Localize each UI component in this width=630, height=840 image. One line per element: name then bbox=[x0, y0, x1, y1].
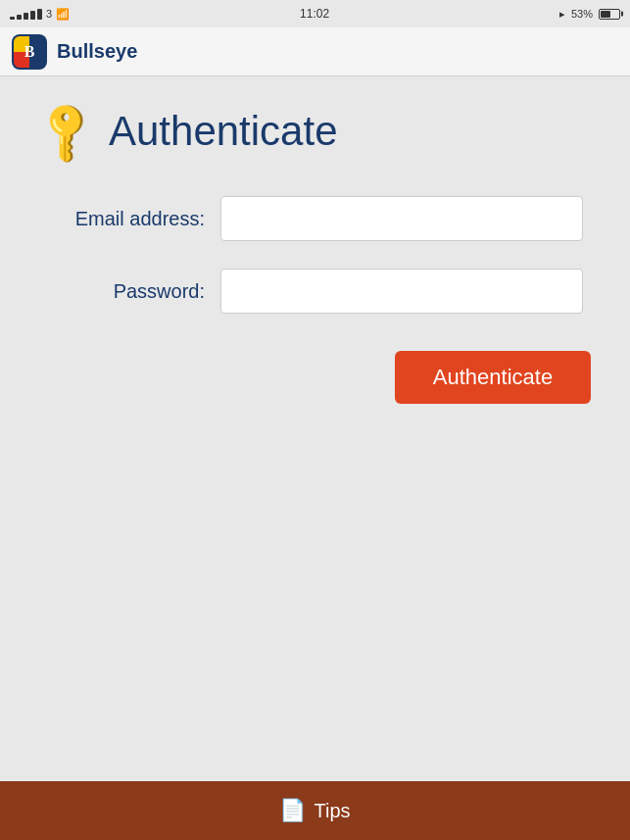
tips-tab[interactable]: 📄 Tips bbox=[279, 798, 350, 823]
battery-icon bbox=[599, 9, 620, 20]
tab-bar: 📄 Tips bbox=[0, 781, 630, 840]
status-right: ▸ 53% bbox=[559, 8, 620, 21]
status-bar: 3 📶 11:02 ▸ 53% bbox=[0, 0, 630, 27]
status-left: 3 📶 bbox=[10, 8, 70, 21]
main-content: 🔑 Authenticate Email address: Password: … bbox=[0, 76, 630, 433]
password-row: Password: bbox=[39, 269, 591, 314]
email-row: Email address: bbox=[39, 196, 591, 241]
page-title: Authenticate bbox=[109, 108, 338, 155]
authenticate-button[interactable]: Authenticate bbox=[395, 351, 591, 404]
app-name: Bullseye bbox=[57, 40, 137, 63]
email-input[interactable] bbox=[220, 196, 583, 241]
time-display: 11:02 bbox=[300, 7, 329, 21]
password-label: Password: bbox=[39, 280, 220, 303]
carrier-label: 3 bbox=[46, 8, 52, 20]
tips-label: Tips bbox=[314, 800, 350, 822]
login-form: Email address: Password: Authenticate bbox=[39, 196, 591, 404]
password-input[interactable] bbox=[220, 269, 583, 314]
email-label: Email address: bbox=[39, 208, 220, 230]
key-icon: 🔑 bbox=[29, 94, 104, 169]
button-row: Authenticate bbox=[39, 351, 591, 404]
nav-bar: B Bullseye bbox=[0, 27, 630, 76]
battery-percent: 53% bbox=[571, 8, 593, 20]
page-header: 🔑 Authenticate bbox=[39, 106, 591, 157]
app-icon: B bbox=[12, 34, 47, 70]
tips-icon: 📄 bbox=[279, 798, 306, 823]
bluetooth-icon: ▸ bbox=[559, 8, 565, 21]
signal-icon bbox=[10, 9, 42, 20]
wifi-icon: 📶 bbox=[56, 8, 70, 21]
